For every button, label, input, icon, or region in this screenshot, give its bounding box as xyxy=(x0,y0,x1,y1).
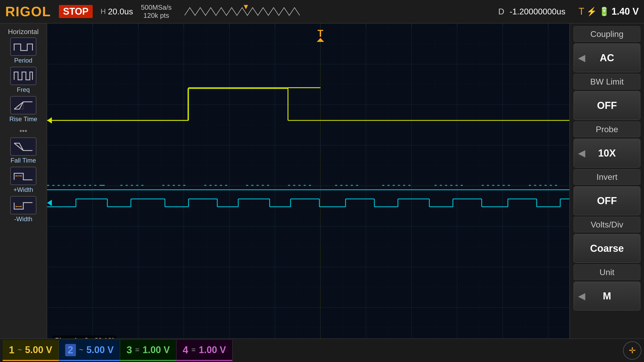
svg-line-0 xyxy=(14,102,23,109)
rise-time-label: Rise Time xyxy=(9,115,37,123)
ch1-symbol: ~ xyxy=(18,346,22,354)
freq-icon-box[interactable] xyxy=(10,67,36,85)
period-label: Period xyxy=(14,57,32,64)
bottom-right-area: ✛ xyxy=(623,341,641,360)
trigger-source: D xyxy=(498,7,504,16)
probe-button[interactable]: ◀ 10X xyxy=(574,139,640,168)
unit-button[interactable]: ◀ M xyxy=(574,282,640,310)
ch3-indicator[interactable]: 3 = 1.00 V xyxy=(120,340,176,361)
coupling-button[interactable]: ◀ AC xyxy=(574,43,640,72)
volts-div-header: Volts/Div xyxy=(574,217,640,232)
neg-width-label: -Width xyxy=(14,215,32,223)
period-icon-box[interactable] xyxy=(10,37,36,56)
trigger-indicator: D -1.20000000us xyxy=(498,7,565,16)
ch4-indicator[interactable]: 4 = 1.00 V xyxy=(176,340,233,361)
ch1-number: 1 xyxy=(9,344,14,356)
battery-icon: 🔋 xyxy=(599,7,609,16)
coupling-header: Coupling xyxy=(574,26,640,42)
unit-header: Unit xyxy=(574,264,640,280)
ch2-voltage: 5.00 V xyxy=(86,344,114,355)
header-bar: RIGOL STOP H 20.0us 500MSa/s 120k pts ▼ … xyxy=(0,0,644,24)
ch2-indicator[interactable]: 2 ~ 5.00 V xyxy=(59,340,120,361)
left-sidebar: Horizontal Period Freq Rise Time xyxy=(0,24,47,348)
volts-div-button[interactable]: Coarse xyxy=(574,234,640,263)
ch4-voltage: 1.00 V xyxy=(199,344,226,355)
timebase-display: H 20.0us xyxy=(101,7,133,16)
ch3-number: 3 xyxy=(126,344,132,356)
timebase-value: 20.0us xyxy=(108,7,133,16)
ch4-number: 4 xyxy=(183,344,188,356)
trigger-time-value: -1.20000000us xyxy=(509,7,565,16)
oscilloscope-screen: RIGOL STOP H 20.0us 500MSa/s 120k pts ▼ … xyxy=(0,0,644,362)
dots-indicator: ••• xyxy=(19,125,27,136)
grid-area: T ▶T Pha→1→2=-89.16° CH2 xyxy=(47,24,594,348)
ch1-indicator[interactable]: 1 ~ 5.00 V xyxy=(3,340,59,361)
right-panel: Coupling ◀ AC BW Limit OFF Probe ◀ 10X I… xyxy=(569,24,644,348)
ch2-number: 2 xyxy=(65,344,76,356)
invert-header: Invert xyxy=(574,169,640,185)
bw-limit-button[interactable]: OFF xyxy=(574,91,640,120)
battery-voltage: 1.40 V xyxy=(612,6,639,17)
ch1-voltage: 5.00 V xyxy=(25,344,52,355)
lightning-icon: ⚡ xyxy=(586,7,597,16)
timebase-label: H xyxy=(101,7,106,16)
sample-rate: 500MSa/s xyxy=(141,3,171,12)
bw-limit-header: BW Limit xyxy=(574,74,640,90)
ch4-symbol: = xyxy=(191,346,196,354)
trigger-waveform-display: ▼ xyxy=(185,5,307,18)
pos-width-icon-box[interactable] xyxy=(10,167,36,185)
ch3-voltage: 1.00 V xyxy=(143,344,170,355)
battery-t-label: T xyxy=(579,6,584,17)
fall-time-icon-box[interactable] xyxy=(10,137,36,156)
navigation-icon[interactable]: ✛ xyxy=(623,341,641,360)
battery-area: T ⚡ 🔋 1.40 V xyxy=(579,6,639,17)
bottom-bar: 1 ~ 5.00 V 2 ~ 5.00 V 3 = 1.00 V 4 = 1.0… xyxy=(0,338,644,362)
freq-label: Freq xyxy=(17,86,30,93)
fall-time-label: Fall Time xyxy=(10,157,36,164)
rise-time-icon-box[interactable] xyxy=(10,96,36,114)
trigger-position-marker: ▼ xyxy=(242,3,249,11)
probe-left-arrow: ◀ xyxy=(578,148,585,159)
nav-cross-icon: ✛ xyxy=(629,346,636,355)
svg-line-3 xyxy=(14,143,23,151)
sample-pts: 120k pts xyxy=(143,12,169,20)
probe-header: Probe xyxy=(574,121,640,137)
pos-width-label: +Width xyxy=(13,186,33,193)
rigol-logo: RIGOL xyxy=(5,4,51,19)
sample-info: 500MSa/s 120k pts xyxy=(141,3,171,20)
status-badge: STOP xyxy=(59,5,93,18)
coupling-left-arrow: ◀ xyxy=(578,52,585,63)
neg-width-icon-box[interactable] xyxy=(10,196,36,214)
ch3-symbol: = xyxy=(135,346,139,354)
svg-text:T: T xyxy=(318,28,323,39)
ch2-symbol: ~ xyxy=(79,346,83,354)
invert-button[interactable]: OFF xyxy=(574,186,640,215)
sidebar-header: Horizontal xyxy=(8,28,38,36)
unit-left-arrow: ◀ xyxy=(578,291,585,302)
